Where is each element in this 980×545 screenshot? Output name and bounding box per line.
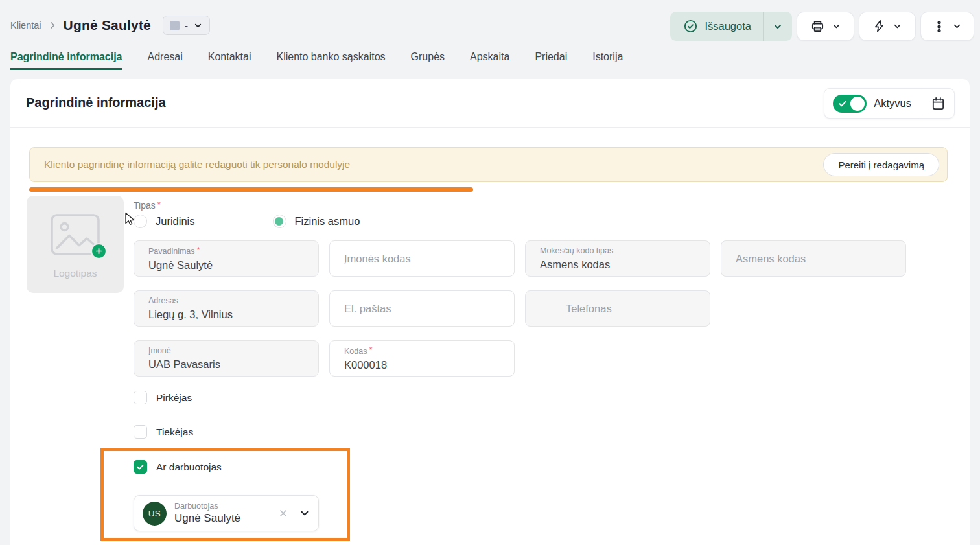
field-label: Įmonė bbox=[148, 346, 305, 356]
field-label: Pavadinimas bbox=[148, 246, 305, 257]
checkbox-unchecked[interactable] bbox=[134, 425, 147, 439]
field-placeholder: Telefonas bbox=[566, 303, 612, 315]
asmens-kodas-field[interactable]: Asmens kodas bbox=[721, 240, 906, 277]
avatar: US bbox=[143, 502, 167, 526]
tab-kliento-banko-saskaitos[interactable]: Kliento banko sąskaitos bbox=[276, 51, 385, 70]
lightning-icon bbox=[872, 19, 886, 33]
banner-message: Kliento pagrindinę informaciją galite re… bbox=[44, 159, 350, 170]
activity-calendar-button[interactable] bbox=[922, 96, 954, 111]
employee-select[interactable]: US Darbuotojas Ugnė Saulytė bbox=[134, 495, 319, 531]
tiekejas-checkbox-row[interactable]: Tiekėjas bbox=[134, 425, 193, 439]
breadcrumb: Klientai Ugnė Saulytė - bbox=[10, 10, 210, 40]
checkbox-unchecked[interactable] bbox=[134, 391, 147, 404]
field-value: UAB Pavasaris bbox=[148, 356, 305, 372]
chevron-down-icon bbox=[952, 21, 962, 31]
tab-bar: Pagrindinė informacija Adresai Kontaktai… bbox=[10, 48, 623, 70]
logo-label: Logotipas bbox=[27, 268, 124, 279]
field-value: Asmens kodas bbox=[540, 257, 697, 272]
top-bar: Klientai Ugnė Saulytė - Išsaugota bbox=[0, 0, 980, 71]
field-placeholder: Asmens kodas bbox=[736, 253, 806, 265]
breadcrumb-klientai[interactable]: Klientai bbox=[10, 20, 41, 30]
more-menu-button[interactable] bbox=[920, 12, 974, 41]
field-label: Mokesčių kodo tipas bbox=[540, 246, 697, 256]
radio-fizinis-asmuo[interactable]: Fizinis asmuo bbox=[273, 215, 360, 228]
field-label: Adresas bbox=[148, 296, 305, 306]
chevron-down-icon bbox=[832, 21, 841, 31]
saved-split-button[interactable]: Išsaugota bbox=[670, 12, 792, 41]
kebab-menu-icon bbox=[933, 19, 946, 34]
active-toggle-label: Aktyvus bbox=[874, 97, 911, 110]
info-banner: Kliento pagrindinę informaciją galite re… bbox=[29, 147, 948, 182]
radio-juridinis[interactable]: Juridinis bbox=[134, 215, 195, 228]
logo-upload[interactable]: Logotipas bbox=[27, 196, 124, 293]
chevron-down-icon[interactable] bbox=[299, 507, 310, 519]
checkbox-label: Ar darbuotojas bbox=[156, 461, 222, 473]
color-dropdown-value: - bbox=[185, 20, 188, 31]
el-pastas-field[interactable]: El. paštas bbox=[329, 290, 515, 327]
field-value: Liegų g. 3, Vilnius bbox=[148, 307, 305, 322]
chevron-down-icon bbox=[892, 21, 902, 31]
chevron-down-icon bbox=[773, 21, 783, 32]
type-label: Tipas bbox=[134, 200, 161, 211]
calendar-icon bbox=[931, 96, 946, 111]
chevron-right-icon bbox=[48, 21, 57, 30]
pavadinimas-field[interactable]: Pavadinimas Ugnė Saulytė bbox=[134, 240, 319, 277]
tab-pagrindine-informacija[interactable]: Pagrindinė informacija bbox=[10, 51, 122, 70]
clear-icon[interactable] bbox=[278, 508, 288, 518]
field-value: Ugnė Saulytė bbox=[148, 257, 305, 273]
check-icon bbox=[136, 463, 145, 471]
ar-darbuotojas-checkbox-row[interactable]: Ar darbuotojas bbox=[134, 460, 222, 474]
chevron-down-icon bbox=[193, 21, 203, 30]
type-radio-group: Juridinis Fizinis asmuo bbox=[134, 215, 360, 228]
toggle-switch[interactable] bbox=[833, 95, 867, 113]
tab-grupes[interactable]: Grupės bbox=[411, 51, 445, 70]
radio-circle[interactable] bbox=[134, 215, 147, 228]
tab-apskaita[interactable]: Apskaita bbox=[470, 51, 509, 70]
saved-dropdown-toggle[interactable] bbox=[764, 21, 792, 32]
tab-kontaktai[interactable]: Kontaktai bbox=[208, 51, 251, 70]
checkbox-checked[interactable] bbox=[134, 460, 147, 474]
saved-label: Išsaugota bbox=[705, 20, 751, 32]
field-label: Kodas bbox=[344, 346, 501, 356]
kodas-field[interactable]: Kodas K000018 bbox=[329, 340, 515, 377]
active-toggle[interactable]: Aktyvus bbox=[824, 95, 922, 113]
tab-priedai[interactable]: Priedai bbox=[535, 51, 567, 70]
printer-icon bbox=[810, 19, 825, 34]
radio-circle-selected[interactable] bbox=[273, 215, 286, 228]
orange-highlight-underline bbox=[29, 187, 473, 192]
select-value: Ugnė Saulytė bbox=[174, 511, 278, 526]
tab-istorija[interactable]: Istorija bbox=[592, 51, 623, 70]
color-swatch bbox=[170, 21, 180, 30]
top-actions: Išsaugota bbox=[670, 12, 974, 41]
telefonas-field[interactable]: Telefonas bbox=[525, 290, 710, 327]
check-icon bbox=[838, 99, 847, 108]
quick-actions-button[interactable] bbox=[859, 12, 916, 41]
adresas-field[interactable]: Adresas Liegų g. 3, Vilnius bbox=[134, 290, 319, 327]
field-placeholder: Įmonės kodas bbox=[344, 253, 411, 265]
main-info-card: Pagrindinė informacija Aktyvus Kliento p… bbox=[10, 79, 970, 545]
imones-kodas-field[interactable]: Įmonės kodas bbox=[329, 240, 515, 277]
print-button[interactable] bbox=[797, 12, 854, 41]
tab-adresai[interactable]: Adresai bbox=[147, 51, 182, 70]
select-label: Darbuotojas bbox=[174, 502, 278, 511]
check-circle-icon bbox=[683, 19, 698, 34]
checkbox-label: Pirkėjas bbox=[156, 392, 192, 404]
imone-field[interactable]: Įmonė UAB Pavasaris bbox=[134, 340, 319, 377]
color-tag-dropdown[interactable]: - bbox=[163, 16, 210, 35]
go-to-edit-button[interactable]: Pereiti į redagavimą bbox=[823, 153, 939, 176]
field-value: K000018 bbox=[344, 357, 501, 373]
lithuania-flag-icon bbox=[540, 303, 557, 314]
add-logo-icon[interactable] bbox=[91, 243, 107, 259]
field-placeholder: El. paštas bbox=[344, 303, 391, 315]
radio-label: Juridinis bbox=[156, 215, 195, 227]
page-title: Ugnė Saulytė bbox=[64, 17, 151, 33]
radio-label: Fizinis asmuo bbox=[295, 215, 360, 227]
pirkejas-checkbox-row[interactable]: Pirkėjas bbox=[134, 391, 192, 404]
toggle-knob bbox=[850, 97, 865, 111]
mokesciu-kodo-tipas-field[interactable]: Mokesčių kodo tipas Asmens kodas bbox=[525, 240, 710, 277]
card-header: Pagrindinė informacija Aktyvus bbox=[10, 79, 970, 128]
section-title: Pagrindinė informacija bbox=[26, 95, 166, 110]
checkbox-label: Tiekėjas bbox=[156, 426, 193, 438]
active-status-control: Aktyvus bbox=[824, 88, 955, 119]
